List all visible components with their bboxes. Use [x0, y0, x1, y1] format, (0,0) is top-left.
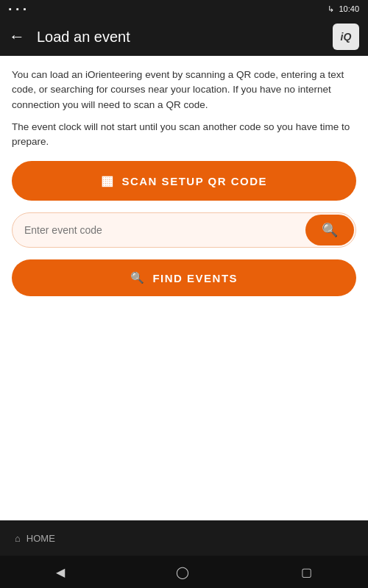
event-code-search-button[interactable]: 🔍 — [305, 215, 354, 245]
system-nav-bar: ◀ ◯ ▢ — [0, 556, 368, 588]
event-code-input[interactable] — [24, 217, 305, 243]
description-block: You can load an iOrienteering event by s… — [12, 68, 356, 149]
scan-qr-button[interactable]: ▦ SCAN SETUP QR CODE — [12, 161, 356, 201]
find-events-icon: 🔍 — [130, 271, 146, 284]
back-system-button[interactable]: ◀ — [56, 565, 65, 579]
home-label: HOME — [26, 533, 55, 544]
search-icon: 🔍 — [322, 222, 338, 238]
bottom-nav: ⌂ HOME — [0, 520, 368, 556]
wifi-icon: ▪ — [24, 4, 26, 13]
back-button[interactable]: ← — [9, 29, 25, 45]
home-icon: ⌂ — [15, 533, 21, 544]
notification-icon: ▪ — [9, 4, 12, 13]
description-paragraph-2: The event clock will not start until you… — [12, 120, 356, 150]
top-bar: ← Load an event iQ — [0, 18, 368, 56]
event-code-row: 🔍 — [12, 212, 356, 248]
page-title: Load an event — [37, 29, 333, 46]
qr-icon: ▦ — [101, 173, 115, 189]
find-events-label: FIND EVENTS — [152, 272, 238, 284]
scan-qr-label: SCAN SETUP QR CODE — [121, 175, 267, 187]
description-paragraph-1: You can load an iOrienteering event by s… — [12, 68, 356, 112]
home-nav-item[interactable]: ⌂ HOME — [15, 533, 55, 544]
bluetooth-icon: ↳ — [328, 4, 334, 14]
time-display: 10:40 — [339, 4, 359, 13]
home-system-button[interactable]: ◯ — [176, 565, 189, 579]
main-content: You can load an iOrienteering event by s… — [0, 56, 368, 520]
signal-icon: ▪ — [16, 4, 19, 13]
status-bar-right: ↳ 10:40 — [328, 4, 359, 14]
status-bar: ▪ ▪ ▪ ↳ 10:40 — [0, 0, 368, 18]
find-events-button[interactable]: 🔍 FIND EVENTS — [12, 259, 356, 296]
app-logo: iQ — [333, 24, 359, 50]
recents-system-button[interactable]: ▢ — [301, 565, 312, 579]
status-bar-left: ▪ ▪ ▪ — [9, 4, 26, 13]
